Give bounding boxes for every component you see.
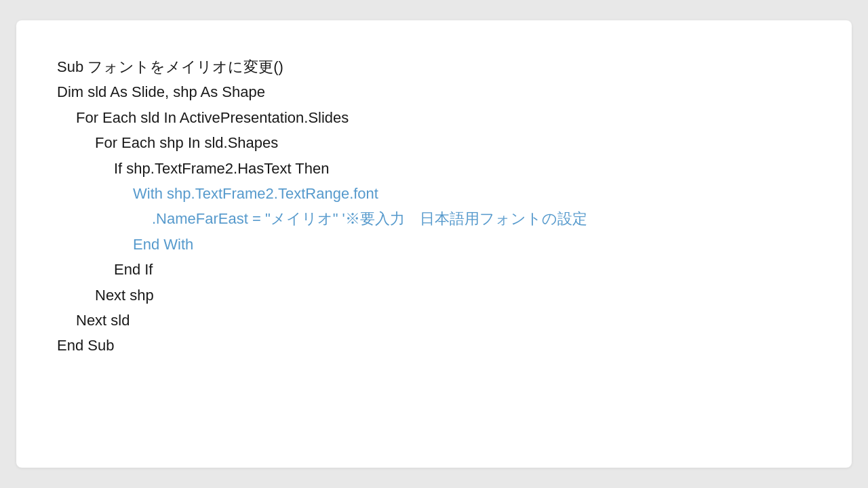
code-line-9: End If <box>57 257 811 282</box>
code-line-5: If shp.TextFrame2.HasText Then <box>57 156 811 181</box>
code-line-8: End With <box>57 232 811 257</box>
code-line-4: For Each shp In sld.Shapes <box>57 130 811 155</box>
code-line-1: Sub フォントをメイリオに変更() <box>57 54 811 79</box>
code-line-12: End Sub <box>57 333 811 358</box>
code-line-2: Dim sld As Slide, shp As Shape <box>57 79 811 104</box>
code-line-6: With shp.TextFrame2.TextRange.font <box>57 181 811 206</box>
code-line-11: Next sld <box>57 308 811 333</box>
code-line-10: Next shp <box>57 283 811 308</box>
code-line-7: .NameFarEast = "メイリオ" '※要入力 日本語用フォントの設定 <box>57 206 811 231</box>
code-block: Sub フォントをメイリオに変更() Dim sld As Slide, shp… <box>57 54 811 359</box>
code-line-3: For Each sld In ActivePresentation.Slide… <box>57 105 811 130</box>
code-card: Sub フォントをメイリオに変更() Dim sld As Slide, shp… <box>16 20 852 468</box>
